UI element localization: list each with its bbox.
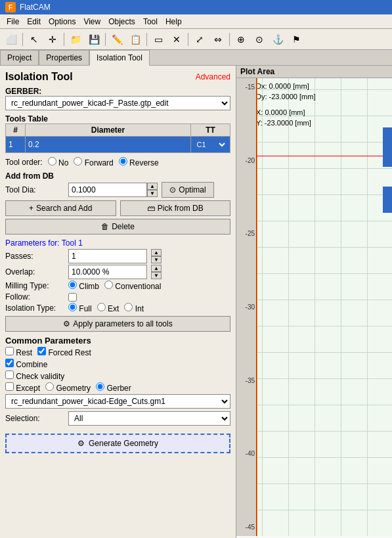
tool-order-no-radio[interactable] (48, 157, 56, 166)
add-from-db-label: Add from DB (5, 171, 230, 181)
tool-order-forward[interactable]: Forward (74, 157, 113, 168)
row-diameter[interactable] (26, 137, 191, 153)
open-btn[interactable]: 📁 (67, 31, 84, 48)
menu-options[interactable]: Options (45, 16, 79, 28)
except-geometry-label[interactable]: Geometry (45, 382, 91, 393)
crosshair-horizontal (256, 156, 392, 156)
passes-down[interactable]: ▼ (151, 256, 162, 263)
sep4 (146, 33, 147, 46)
tab-isolation-tool[interactable]: Isolation Tool (89, 50, 150, 66)
menu-help[interactable]: Help (162, 16, 186, 28)
arrows-btn[interactable]: ⇔ (209, 31, 227, 48)
tool-order-reverse-radio[interactable] (119, 157, 127, 166)
selection-select[interactable]: All (68, 411, 230, 426)
tt-select[interactable]: C1 (194, 138, 227, 151)
add-btn-row: + Search and Add 🗃 Pick from DB (5, 200, 230, 216)
pointer-btn[interactable]: ↖ (26, 31, 43, 48)
follow-checkbox[interactable] (68, 293, 77, 302)
isolation-int-radio[interactable] (124, 303, 133, 311)
passes-spin: ▲ ▼ (151, 249, 162, 263)
tools-table-label: Tools Table (5, 114, 230, 123)
gerber-select[interactable]: rc_redundant_power_kicad-F_Paste.gtp_edi… (5, 96, 230, 110)
copy-btn[interactable]: 📋 (127, 31, 144, 48)
forced-rest-label-el[interactable]: Forced Rest (37, 347, 91, 357)
resize-btn[interactable]: ⤢ (191, 31, 208, 48)
panel-title: Isolation Tool (5, 71, 73, 83)
check-validity-label-el[interactable]: Check validity (5, 370, 64, 381)
trash-icon: 🗑 (101, 222, 109, 231)
overlap-spin: ▲ ▼ (151, 265, 162, 279)
col-tt: TT (191, 124, 230, 137)
except-geometry-radio[interactable] (45, 382, 54, 391)
tab-properties[interactable]: Properties (39, 50, 89, 65)
menu-tool[interactable]: Tool (139, 16, 162, 28)
target-btn[interactable]: ⊙ (251, 31, 268, 48)
y-axis: -15 -20 -25 -30 -35 -40 -45 (236, 78, 256, 536)
milling-conventional-radio[interactable] (104, 280, 113, 289)
tool-order-no[interactable]: No (48, 157, 69, 168)
except-gerber-radio[interactable] (96, 382, 104, 391)
passes-up[interactable]: ▲ (151, 249, 162, 256)
generate-geometry-button[interactable]: ⚙ Generate Geometry (5, 434, 230, 453)
menu-edit[interactable]: Edit (23, 16, 45, 28)
combine-checkbox[interactable] (5, 359, 14, 367)
flag-btn[interactable]: ⚑ (288, 31, 305, 48)
milling-conventional-label[interactable]: Conventional (104, 280, 161, 291)
spin-down[interactable]: ▼ (147, 190, 158, 197)
selection-label: Selection: (5, 414, 64, 423)
isolation-int-label[interactable]: Int (124, 303, 144, 313)
overlap-input[interactable] (68, 265, 147, 279)
blue-shape-2 (383, 187, 392, 213)
plot-grid (236, 78, 392, 536)
plot-area[interactable]: -15 -20 -25 -30 -35 -40 -45 Dx: 0.0000 [… (236, 78, 392, 536)
combine-label-el[interactable]: Combine (5, 359, 47, 369)
rest-checkbox[interactable] (5, 347, 14, 355)
circle-btn[interactable]: ⊕ (232, 31, 250, 48)
search-add-button[interactable]: + Search and Add (5, 200, 116, 216)
isolation-ext-radio[interactable] (97, 303, 106, 311)
tool-order-reverse[interactable]: Reverse (119, 157, 159, 168)
tool-order-forward-radio[interactable] (74, 157, 82, 166)
spin-up[interactable]: ▲ (147, 183, 158, 190)
apply-icon: ⚙ (63, 319, 70, 328)
isolation-full-radio[interactable] (68, 303, 77, 311)
menu-file[interactable]: File (3, 16, 23, 28)
advanced-button[interactable]: Advanced (196, 72, 230, 81)
tools-table-section: Tools Table # Diameter TT 1 (5, 114, 230, 153)
spin-buttons: ▲ ▼ (147, 183, 158, 197)
delete-button[interactable]: 🗑 Delete (5, 219, 230, 235)
save-btn[interactable]: 💾 (85, 31, 102, 48)
except-file-select[interactable]: rc_redundant_power_kicad-Edge_Cuts.gm1 (5, 394, 230, 409)
y-label-0: -15 (236, 83, 256, 91)
overlap-up[interactable]: ▲ (151, 265, 162, 272)
apply-params-button[interactable]: ⚙ Apply parameters to all tools (5, 316, 230, 332)
tool-dia-input[interactable] (68, 183, 147, 197)
isolation-ext-label[interactable]: Ext (97, 303, 120, 313)
passes-input[interactable] (68, 249, 147, 263)
new-btn[interactable]: ⬜ (3, 31, 20, 48)
rest-label-el[interactable]: Rest (5, 347, 32, 357)
pick-db-button[interactable]: 🗃 Pick from DB (120, 200, 231, 216)
milling-climb-label[interactable]: Climb (68, 280, 99, 291)
menu-objects[interactable]: Objects (104, 16, 139, 28)
milling-climb-radio[interactable] (68, 280, 77, 289)
overlap-down[interactable]: ▼ (151, 272, 162, 279)
anchor-btn[interactable]: ⚓ (269, 31, 286, 48)
menu-view[interactable]: View (79, 16, 104, 28)
isolation-type-label: Isolation Type: (5, 303, 64, 313)
optimal-button[interactable]: ⊙ Optimal (162, 182, 214, 198)
delete-toolbar-btn[interactable]: ✕ (168, 31, 185, 48)
edit-btn[interactable]: ✏️ (108, 31, 125, 48)
overlap-row: Overlap: ▲ ▼ (5, 265, 230, 279)
tab-project[interactable]: Project (0, 50, 39, 65)
isolation-full-label[interactable]: Full (68, 303, 92, 313)
check-validity-checkbox[interactable] (5, 370, 14, 379)
row-tt[interactable]: C1 (191, 137, 230, 153)
table-row[interactable]: 1 C1 (6, 137, 230, 153)
move-btn[interactable]: ✛ (44, 31, 61, 48)
window-btn[interactable]: ▭ (150, 31, 167, 48)
except-label-el[interactable]: Except (5, 382, 40, 393)
except-gerber-label[interactable]: Gerber (96, 382, 131, 393)
forced-rest-checkbox[interactable] (37, 347, 46, 355)
except-checkbox[interactable] (5, 382, 14, 391)
